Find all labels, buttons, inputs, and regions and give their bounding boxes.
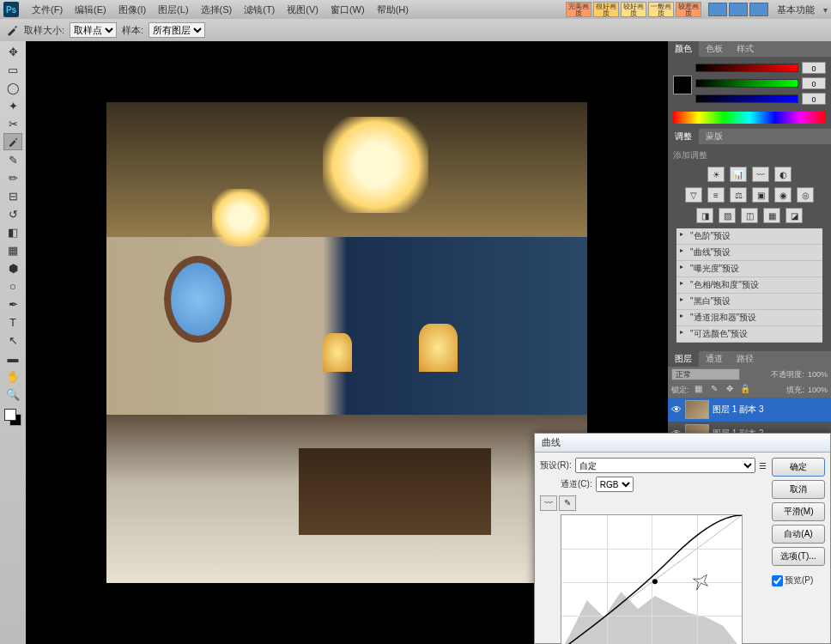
hand-tool[interactable]: ✋ xyxy=(3,368,22,385)
options-button[interactable]: 选项(T)... xyxy=(772,547,825,566)
menu-layer[interactable]: 图层(L) xyxy=(152,3,194,16)
adj-vibrance-icon[interactable]: ▽ xyxy=(685,187,702,203)
menu-file[interactable]: 文件(F) xyxy=(26,3,69,16)
curves-graph[interactable] xyxy=(561,514,743,644)
g-slider[interactable] xyxy=(695,79,798,88)
adj-hue-icon[interactable]: ≡ xyxy=(707,187,725,203)
layer-name[interactable]: 图层 1 副本 3 xyxy=(713,404,763,416)
adj-exposure-icon[interactable]: ◐ xyxy=(774,167,792,182)
preset-select[interactable]: 自定 xyxy=(575,458,755,473)
preset-exposure[interactable]: "曝光度"预设 xyxy=(676,261,822,277)
dodge-tool[interactable]: ○ xyxy=(3,277,22,295)
layer-row-1[interactable]: 👁 图层 1 副本 3 xyxy=(668,398,831,422)
g-value[interactable]: 0 xyxy=(802,77,826,89)
type-tool[interactable]: T xyxy=(3,313,22,331)
heal-tool[interactable]: ✎ xyxy=(3,151,22,168)
smooth-button[interactable]: 平滑(M) xyxy=(772,502,825,521)
preset-hue[interactable]: "色相/饱和度"预设 xyxy=(676,277,822,294)
eraser-tool[interactable]: ◧ xyxy=(3,223,22,240)
sample-layers-select[interactable]: 所有图层 xyxy=(149,22,205,38)
adj-invert-icon[interactable]: ◨ xyxy=(696,208,713,223)
visibility-icon[interactable]: 👁 xyxy=(671,404,682,416)
tab-channels[interactable]: 通道 xyxy=(699,351,730,367)
adj-levels-icon[interactable]: 📊 xyxy=(730,167,747,182)
blur-tool[interactable]: ⬢ xyxy=(3,259,22,276)
b-value[interactable]: 0 xyxy=(802,93,826,105)
adj-posterize-icon[interactable]: ▨ xyxy=(719,208,736,223)
zoom-tool[interactable]: 🔍 xyxy=(3,386,22,403)
quality-ok[interactable]: 较好画质 xyxy=(621,2,646,17)
dialog-title[interactable]: 曲线 xyxy=(535,434,830,453)
shape-tool[interactable]: ▬ xyxy=(3,349,22,367)
adj-mixer-icon[interactable]: ◎ xyxy=(797,187,814,203)
screen-mode-3[interactable] xyxy=(749,3,768,16)
ok-button[interactable]: 确定 xyxy=(772,458,825,477)
preset-mixer[interactable]: "通道混和器"预设 xyxy=(676,310,822,326)
menu-filter[interactable]: 滤镜(T) xyxy=(238,3,281,16)
lock-move-icon[interactable]: ✥ xyxy=(724,384,736,396)
adj-selective-icon[interactable]: ◪ xyxy=(786,208,803,223)
eyedropper-tool[interactable] xyxy=(3,133,22,150)
preset-levels[interactable]: "色阶"预设 xyxy=(676,228,822,245)
tab-masks[interactable]: 蒙版 xyxy=(699,129,730,144)
tab-styles[interactable]: 样式 xyxy=(730,41,761,57)
spectrum-bar[interactable] xyxy=(673,112,826,124)
channel-select[interactable]: RGB xyxy=(596,477,634,492)
menu-edit[interactable]: 编辑(E) xyxy=(69,3,112,16)
menu-window[interactable]: 窗口(W) xyxy=(325,3,371,16)
preset-curves[interactable]: "曲线"预设 xyxy=(676,245,822,261)
wand-tool[interactable]: ✦ xyxy=(3,97,22,114)
tab-paths[interactable]: 路径 xyxy=(730,351,761,367)
curve-line[interactable] xyxy=(561,515,742,644)
adj-curves-icon[interactable]: 〰 xyxy=(752,167,769,182)
lock-all-icon[interactable]: 🔒 xyxy=(739,384,751,396)
workspace-dropdown-icon[interactable]: ▾ xyxy=(823,5,828,15)
menu-help[interactable]: 帮助(H) xyxy=(371,3,415,16)
stamp-tool[interactable]: ⊟ xyxy=(3,187,22,204)
workspace-label[interactable]: 基本功能 xyxy=(777,3,815,16)
marquee-tool[interactable]: ▭ xyxy=(3,61,22,78)
curve-point-tool[interactable]: 〰 xyxy=(540,495,557,511)
adj-balance-icon[interactable]: ⚖ xyxy=(730,187,747,203)
curve-pencil-tool[interactable]: ✎ xyxy=(559,495,576,511)
quality-perfect[interactable]: 完美画质 xyxy=(566,2,591,17)
gradient-tool[interactable]: ▦ xyxy=(3,241,22,258)
preset-bw[interactable]: "黑白"预设 xyxy=(676,294,822,310)
preview-checkbox[interactable]: 预览(P) xyxy=(772,574,825,586)
document-canvas[interactable] xyxy=(106,102,587,583)
lock-brush-icon[interactable]: ✎ xyxy=(708,384,720,396)
move-tool[interactable]: ✥ xyxy=(3,43,22,60)
cancel-button[interactable]: 取消 xyxy=(772,480,825,499)
preset-selective[interactable]: "可选颜色"预设 xyxy=(676,326,822,343)
tab-adjustments[interactable]: 调整 xyxy=(668,129,699,144)
b-slider[interactable] xyxy=(695,94,798,103)
lasso-tool[interactable]: ◯ xyxy=(3,79,22,96)
quality-good[interactable]: 很好画质 xyxy=(593,2,619,17)
path-tool[interactable]: ↖ xyxy=(3,331,22,349)
history-brush-tool[interactable]: ↺ xyxy=(3,205,22,222)
adj-bw-icon[interactable]: ▣ xyxy=(752,187,769,203)
fill-value[interactable]: 100% xyxy=(808,386,828,394)
screen-mode-2[interactable] xyxy=(729,3,748,16)
quality-normal[interactable]: 一般画质 xyxy=(648,2,674,17)
preset-menu-icon[interactable]: ☰ xyxy=(759,461,767,471)
pen-tool[interactable]: ✒ xyxy=(3,295,22,313)
blend-mode-select[interactable]: 正常 xyxy=(671,368,740,380)
adj-threshold-icon[interactable]: ◫ xyxy=(741,208,758,223)
menu-image[interactable]: 图像(I) xyxy=(112,3,152,16)
tab-swatches[interactable]: 色板 xyxy=(699,41,730,57)
adj-gradient-map-icon[interactable]: ▦ xyxy=(763,208,780,223)
screen-mode-1[interactable] xyxy=(708,3,727,16)
quality-bad[interactable]: 较差画质 xyxy=(676,2,701,17)
lock-transparent-icon[interactable]: ▦ xyxy=(693,384,705,396)
color-swatches[interactable] xyxy=(4,409,21,426)
adj-photo-filter-icon[interactable]: ◉ xyxy=(774,187,792,203)
color-swatch[interactable] xyxy=(673,76,692,94)
sample-size-select[interactable]: 取样点 xyxy=(70,22,117,38)
adj-brightness-icon[interactable]: ☀ xyxy=(707,167,725,182)
r-value[interactable]: 0 xyxy=(802,62,826,74)
r-slider[interactable] xyxy=(695,64,798,72)
opacity-value[interactable]: 100% xyxy=(808,370,828,379)
layer-thumbnail[interactable] xyxy=(685,400,709,419)
crop-tool[interactable]: ✂ xyxy=(3,115,22,132)
